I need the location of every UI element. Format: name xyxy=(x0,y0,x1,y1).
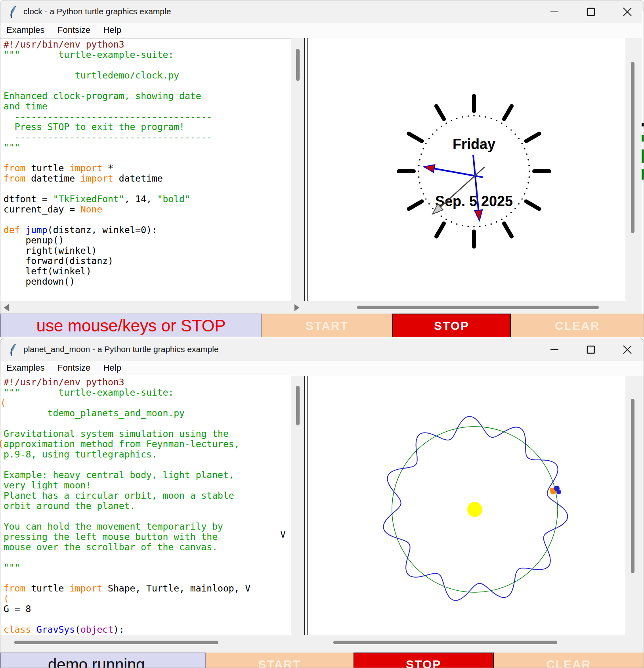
stop-button[interactable]: STOP xyxy=(392,314,511,337)
menu-help[interactable]: Help xyxy=(103,363,121,373)
scrollbar-thumb[interactable] xyxy=(333,641,557,644)
code-line: right(winkel) xyxy=(4,245,291,256)
code-line: ------------------------------------ xyxy=(4,111,291,122)
code-line xyxy=(4,459,291,470)
stray-glyph: V xyxy=(280,529,286,540)
code-line: mouse over the scrollbar of the canvas. xyxy=(4,542,291,552)
hidden-window-mark xyxy=(642,169,644,180)
code-line: from turtle import Shape, Turtle, mainlo… xyxy=(4,583,291,593)
code-line xyxy=(4,418,291,429)
menubar: Examples Fontsize Help xyxy=(0,23,644,38)
code-line: #!/usr/bin/env python3 xyxy=(4,39,291,50)
stray-glyph: ( xyxy=(0,439,4,449)
code-line: from datetime import datetime xyxy=(4,173,291,184)
clear-button[interactable]: CLEAR xyxy=(494,653,644,668)
minimize-button[interactable] xyxy=(546,341,563,358)
background-window-sliver xyxy=(642,11,644,314)
code-line: G = 8 xyxy=(4,604,291,614)
code-line: pressing the left mouse button with the xyxy=(4,532,291,542)
start-button[interactable]: START xyxy=(262,314,392,337)
code-line: tdemo_planets_and_moon.py xyxy=(4,408,291,418)
menu-examples[interactable]: Examples xyxy=(6,25,45,35)
scrollbar-thumb[interactable] xyxy=(631,399,634,573)
scrollbar-thumb[interactable] xyxy=(631,62,634,233)
code-line xyxy=(4,60,291,70)
code-line: ------------------------------------ xyxy=(4,132,291,142)
titlebar: clock - a Python turtle graphics example xyxy=(0,0,644,23)
code-line: very light moon! xyxy=(4,480,291,490)
code-line: dtfont = "TkFixedFont", 14, "bold" xyxy=(4,194,291,204)
close-button[interactable] xyxy=(619,4,636,20)
code-line: and time xyxy=(4,101,291,111)
canvas-vertical-scrollbar[interactable] xyxy=(625,38,640,301)
code-line: orbit around the planet. xyxy=(4,501,291,511)
code-line: """ xyxy=(4,563,291,573)
scroll-left-arrow[interactable] xyxy=(4,304,9,311)
code-horizontal-scrollbar[interactable] xyxy=(0,635,304,653)
code-line: left(winkel) xyxy=(4,266,291,276)
pane-divider[interactable] xyxy=(304,38,308,301)
clear-button[interactable]: CLEAR xyxy=(511,314,644,337)
menu-fontsize[interactable]: Fontsize xyxy=(57,25,90,35)
code-line: """ xyxy=(4,142,291,153)
menu-help[interactable]: Help xyxy=(103,25,121,35)
code-line xyxy=(4,552,291,563)
code-line: forward(distanz) xyxy=(4,256,291,266)
maximize-button[interactable] xyxy=(583,341,599,358)
titlebar: planet_and_moon - a Python turtle graphi… xyxy=(0,338,644,361)
python-tk-feather-icon xyxy=(9,6,18,18)
code-horizontal-scrollbar[interactable] xyxy=(0,301,304,314)
turtle-canvas-clock[interactable]: FridaySep. 5 2025 xyxy=(308,38,625,301)
canvas-horizontal-scrollbar[interactable] xyxy=(313,635,644,653)
code-line: ( xyxy=(4,593,291,604)
code-line: penup() xyxy=(4,235,291,245)
code-vertical-scrollbar[interactable] xyxy=(291,38,304,301)
menu-examples[interactable]: Examples xyxy=(6,363,45,373)
window-title: clock - a Python turtle graphics example xyxy=(23,7,171,16)
code-viewer[interactable]: #!/usr/bin/env python3""" turtle-example… xyxy=(0,38,291,301)
code-line: def jump(distanz, winkel=0): xyxy=(4,225,291,235)
scroll-right-arrow[interactable] xyxy=(294,304,299,311)
code-line: You can hold the movement temporarily by xyxy=(4,521,291,532)
code-line xyxy=(4,80,291,91)
code-line xyxy=(4,511,291,521)
scrollbar-thumb[interactable] xyxy=(296,386,300,425)
code-line: pendown() xyxy=(4,276,291,287)
pane-divider[interactable] xyxy=(304,376,308,635)
window-planet-and-moon: planet_and_moon - a Python turtle graphi… xyxy=(0,338,644,668)
scrollbar-thumb[interactable] xyxy=(357,306,599,309)
code-line: Enhanced clock-program, showing date xyxy=(4,91,291,101)
menubar: Examples Fontsize Help xyxy=(0,361,644,376)
window-title: planet_and_moon - a Python turtle graphi… xyxy=(23,345,219,354)
start-button[interactable]: START xyxy=(206,653,354,668)
maximize-button[interactable] xyxy=(583,4,599,20)
status-message: use mouse/keys or STOP xyxy=(0,314,262,337)
code-line: Example: heavy central body, light plane… xyxy=(4,470,291,480)
code-line: Press STOP to exit the program! xyxy=(4,122,291,132)
scrollbar-thumb[interactable] xyxy=(296,49,300,81)
window-clock: clock - a Python turtle graphics example… xyxy=(0,0,644,337)
code-viewer[interactable]: #!/usr/bin/env python3""" turtle-example… xyxy=(0,376,291,635)
canvas-vertical-scrollbar[interactable] xyxy=(625,376,640,635)
code-line: from turtle import * xyxy=(4,163,291,173)
code-line: """ turtle-example-suite: xyxy=(4,387,291,398)
code-line xyxy=(4,614,291,624)
menu-fontsize[interactable]: Fontsize xyxy=(57,363,90,373)
scrollbar-thumb[interactable] xyxy=(14,641,218,644)
code-line: Planet has a circular orbit, moon a stab… xyxy=(4,490,291,501)
turtle-canvas-planet[interactable] xyxy=(308,376,625,635)
stray-glyph: ( xyxy=(0,398,6,408)
code-line: class GravSys(object): xyxy=(4,624,291,635)
code-line xyxy=(4,153,291,163)
code-vertical-scrollbar[interactable] xyxy=(291,376,304,635)
close-button[interactable] xyxy=(619,341,636,358)
minimize-button[interactable] xyxy=(546,4,563,20)
code-line: """ turtle-example-suite: xyxy=(4,50,291,60)
python-tk-feather-icon xyxy=(9,343,18,356)
code-line: p.9-8, using turtlegraphics. xyxy=(4,449,291,459)
code-line xyxy=(4,214,291,225)
canvas-horizontal-scrollbar[interactable] xyxy=(313,301,644,314)
status-message: demo running... xyxy=(0,653,206,668)
stop-button[interactable]: STOP xyxy=(354,653,493,668)
code-line: turtledemo/clock.py xyxy=(4,70,291,80)
